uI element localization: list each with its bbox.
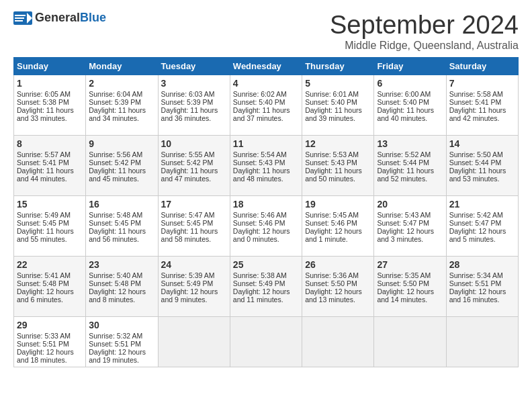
table-row: 22Sunrise: 5:41 AMSunset: 5:48 PMDayligh… [14, 257, 86, 317]
table-row: 27Sunrise: 5:35 AMSunset: 5:50 PMDayligh… [374, 257, 446, 317]
logo-blue: Blue [80, 11, 106, 24]
header-tuesday: Tuesday [158, 58, 230, 75]
calendar-week-2: 8Sunrise: 5:57 AMSunset: 5:41 PMDaylight… [14, 136, 519, 196]
header-saturday: Saturday [446, 58, 518, 75]
table-row: 24Sunrise: 5:39 AMSunset: 5:49 PMDayligh… [158, 257, 230, 317]
table-row: 4Sunrise: 6:02 AMSunset: 5:40 PMDaylight… [230, 75, 302, 136]
table-row: 13Sunrise: 5:52 AMSunset: 5:44 PMDayligh… [374, 136, 446, 196]
logo: GeneralBlue [13, 11, 106, 25]
table-row: 26Sunrise: 5:36 AMSunset: 5:50 PMDayligh… [302, 257, 374, 317]
table-row: 7Sunrise: 5:58 AMSunset: 5:41 PMDaylight… [446, 75, 518, 136]
table-row: 28Sunrise: 5:34 AMSunset: 5:51 PMDayligh… [446, 257, 518, 317]
table-row: 6Sunrise: 6:00 AMSunset: 5:40 PMDaylight… [374, 75, 446, 136]
logo-general: General [35, 11, 80, 24]
header-wednesday: Wednesday [230, 58, 302, 75]
title-area: September 2024 Middle Ridge, Queensland,… [330, 11, 519, 52]
svg-rect-3 [15, 17, 24, 19]
table-row: 3Sunrise: 6:03 AMSunset: 5:39 PMDaylight… [158, 75, 230, 136]
table-row: 12Sunrise: 5:53 AMSunset: 5:43 PMDayligh… [302, 136, 374, 196]
table-row: 25Sunrise: 5:38 AMSunset: 5:49 PMDayligh… [230, 257, 302, 317]
table-row: 18Sunrise: 5:46 AMSunset: 5:46 PMDayligh… [230, 196, 302, 257]
table-row [374, 317, 446, 367]
calendar-week-1: 1Sunrise: 6:05 AMSunset: 5:38 PMDaylight… [14, 75, 519, 136]
svg-rect-4 [15, 20, 23, 21]
table-row: 20Sunrise: 5:43 AMSunset: 5:47 PMDayligh… [374, 196, 446, 257]
header-thursday: Thursday [302, 58, 374, 75]
header-sunday: Sunday [14, 58, 86, 75]
logo-text: GeneralBlue [35, 11, 106, 25]
calendar-week-3: 15Sunrise: 5:49 AMSunset: 5:45 PMDayligh… [14, 196, 519, 257]
page-header: GeneralBlue September 2024 Middle Ridge,… [13, 11, 519, 52]
table-row: 19Sunrise: 5:45 AMSunset: 5:46 PMDayligh… [302, 196, 374, 257]
generalblue-icon [13, 11, 32, 25]
location-title: Middle Ridge, Queensland, Australia [330, 40, 519, 52]
table-row: 15Sunrise: 5:49 AMSunset: 5:45 PMDayligh… [14, 196, 86, 257]
table-row: 2Sunrise: 6:04 AMSunset: 5:39 PMDaylight… [86, 75, 158, 136]
month-title: September 2024 [330, 11, 519, 40]
header-monday: Monday [86, 58, 158, 75]
table-row [446, 317, 518, 367]
table-row: 8Sunrise: 5:57 AMSunset: 5:41 PMDaylight… [14, 136, 86, 196]
table-row: 16Sunrise: 5:48 AMSunset: 5:45 PMDayligh… [86, 196, 158, 257]
calendar-header-row: Sunday Monday Tuesday Wednesday Thursday… [14, 58, 519, 75]
header-friday: Friday [374, 58, 446, 75]
table-row: 1Sunrise: 6:05 AMSunset: 5:38 PMDaylight… [14, 75, 86, 136]
table-row: 17Sunrise: 5:47 AMSunset: 5:45 PMDayligh… [158, 196, 230, 257]
table-row: 11Sunrise: 5:54 AMSunset: 5:43 PMDayligh… [230, 136, 302, 196]
table-row: 30Sunrise: 5:32 AMSunset: 5:51 PMDayligh… [86, 317, 158, 367]
table-row [158, 317, 230, 367]
table-row: 9Sunrise: 5:56 AMSunset: 5:42 PMDaylight… [86, 136, 158, 196]
calendar-week-4: 22Sunrise: 5:41 AMSunset: 5:48 PMDayligh… [14, 257, 519, 317]
table-row: 23Sunrise: 5:40 AMSunset: 5:48 PMDayligh… [86, 257, 158, 317]
table-row: 14Sunrise: 5:50 AMSunset: 5:44 PMDayligh… [446, 136, 518, 196]
table-row: 5Sunrise: 6:01 AMSunset: 5:40 PMDaylight… [302, 75, 374, 136]
table-row: 29Sunrise: 5:33 AMSunset: 5:51 PMDayligh… [14, 317, 86, 367]
calendar-table: Sunday Monday Tuesday Wednesday Thursday… [13, 57, 519, 367]
svg-rect-2 [15, 15, 26, 16]
table-row: 10Sunrise: 5:55 AMSunset: 5:42 PMDayligh… [158, 136, 230, 196]
table-row: 21Sunrise: 5:42 AMSunset: 5:47 PMDayligh… [446, 196, 518, 257]
table-row [302, 317, 374, 367]
calendar-week-5: 29Sunrise: 5:33 AMSunset: 5:51 PMDayligh… [14, 317, 519, 367]
table-row [230, 317, 302, 367]
